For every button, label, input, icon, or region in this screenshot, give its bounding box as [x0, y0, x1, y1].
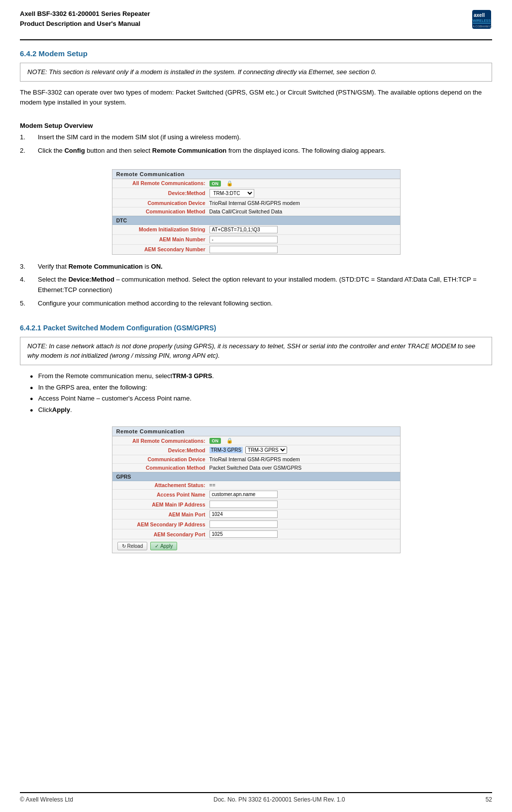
screenshot-1-title: Remote Communication: [112, 170, 400, 179]
screenshot-2-wrap: Remote Communication All Remote Communic…: [20, 426, 492, 553]
dtc-row-aem-secondary: AEM Secondary Number: [112, 245, 400, 254]
bullet-2: In the GRPS area, enter the following:: [30, 383, 492, 393]
screenshot2-row-comm-device: Communication Device TrioRail Internal G…: [112, 455, 400, 464]
gprs-row-aem-secondary-ip: AEM Secondary IP Address: [112, 519, 400, 529]
step-3: 3. Verify that Remote Communication is O…: [20, 262, 492, 272]
device-method-select-1[interactable]: TRM-3:DTC: [209, 189, 254, 198]
warning-icon-2: 🔒: [226, 437, 233, 443]
aem-secondary-number-input-1[interactable]: [209, 246, 278, 253]
screenshot-row-all-remote: All Remote Communications: ON 🔒: [112, 179, 400, 188]
step-1: 1. Insert the SIM card in the modem SIM …: [20, 132, 492, 143]
device-method-value: TRM-3 GPRS: [209, 447, 243, 453]
page-header: Axell BSF-3302 61-200001 Series Repeater…: [20, 9, 492, 40]
note-box-1: NOTE: This section is relevant only if a…: [20, 63, 492, 82]
svg-text:A COBHAM COMPANY: A COBHAM COMPANY: [473, 25, 492, 28]
document-title: Axell BSF-3302 61-200001 Series Repeater…: [20, 9, 150, 28]
svg-rect-3: [473, 23, 491, 23]
warning-icon: 🔒: [226, 180, 233, 186]
gprs-section-bar: GPRS: [112, 472, 400, 481]
bullet-3: Access Point Name – customer's Access Po…: [30, 394, 492, 404]
bullet-4: Click Apply.: [30, 405, 492, 415]
svg-text:axell: axell: [474, 12, 485, 18]
footer-page: 52: [486, 796, 492, 803]
dtc-section-bar: DTC: [112, 216, 400, 225]
intro-text: The BSF-3302 can operate over two types …: [20, 88, 492, 108]
screenshot2-row-comm-method: Communication Method Packet Switched Dat…: [112, 464, 400, 472]
screenshot-2-title: Remote Communication: [112, 427, 400, 436]
steps-list: 1. Insert the SIM card in the modem SIM …: [20, 132, 492, 159]
device-method-select-2[interactable]: TRM-3 GPRS: [245, 446, 287, 454]
check-icon: ✓: [155, 543, 159, 549]
gprs-row-aem-secondary-port: AEM Secondary Port: [112, 529, 400, 539]
aem-main-ip-input[interactable]: [209, 501, 278, 508]
aem-main-port-input[interactable]: [209, 510, 278, 518]
gprs-row-aem-main-ip: AEM Main IP Address: [112, 500, 400, 509]
aem-secondary-port-input[interactable]: [209, 530, 278, 538]
modem-init-input[interactable]: [209, 226, 278, 233]
gprs-row-apn: Access Point Name: [112, 490, 400, 500]
screenshot-row-comm-method: Communication Method Data Call/Circuit S…: [112, 207, 400, 216]
screenshot-1-wrap: Remote Communication All Remote Communic…: [20, 169, 492, 255]
reload-icon: ↻: [122, 543, 126, 549]
page-footer: © Axell Wireless Ltd Doc. No. PN 3302 61…: [20, 792, 492, 803]
overview-heading: Modem Setup Overview: [20, 122, 492, 129]
screenshot-1: Remote Communication All Remote Communic…: [112, 169, 401, 255]
section-6421-heading: 6.4.2.1 Packet Switched Modem Configurat…: [20, 324, 492, 332]
bullet-list: From the Remote communication menu, sele…: [30, 371, 492, 416]
apply-button[interactable]: ✓ Apply: [150, 542, 177, 550]
dtc-row-init-string: Modem Initialization String: [112, 225, 400, 235]
step-5: 5. Configure your communication method a…: [20, 299, 492, 309]
aem-secondary-ip-input[interactable]: [209, 520, 278, 528]
footer-docno: Doc. No. PN 3302 61-200001 Series-UM Rev…: [213, 796, 345, 803]
screenshot-row-device-method: Device:Method TRM-3:DTC: [112, 188, 400, 199]
on-badge: ON: [209, 181, 221, 187]
reload-button[interactable]: ↻ Reload: [117, 542, 148, 550]
screenshot-2: Remote Communication All Remote Communic…: [112, 426, 401, 553]
screenshot2-row-device-method: Device:Method TRM-3 GPRS TRM-3 GPRS: [112, 445, 400, 455]
on-badge-2: ON: [209, 438, 221, 444]
screenshot2-row-all-remote: All Remote Communications: ON 🔒: [112, 436, 400, 445]
screenshot-row-comm-device: Communication Device TrioRail Internal G…: [112, 199, 400, 207]
apn-input[interactable]: [209, 491, 278, 498]
section-642-heading: 6.4.2 Modem Setup: [20, 49, 492, 58]
page: Axell BSF-3302 61-200001 Series Repeater…: [0, 0, 512, 812]
dtc-row-aem-main: AEM Main Number: [112, 235, 400, 245]
svg-text:WIRELESS: WIRELESS: [473, 19, 491, 22]
aem-main-number-input-1[interactable]: [209, 236, 278, 243]
bullet-1: From the Remote communication menu, sele…: [30, 371, 492, 382]
steps-list-2: 3. Verify that Remote Communication is O…: [20, 262, 492, 312]
company-logo: axell WIRELESS A COBHAM COMPANY: [442, 9, 492, 35]
step-4: 4. Select the Device:Method – communicat…: [20, 275, 492, 296]
footer-copyright: © Axell Wireless Ltd: [20, 796, 73, 803]
note-box-2: NOTE: In case network attach is not done…: [20, 337, 492, 365]
screenshot-2-buttons: ↻ Reload ✓ Apply: [112, 539, 400, 553]
gprs-row-attach-status: Attachement Status: ==: [112, 481, 400, 490]
gprs-row-aem-main-port: AEM Main Port: [112, 509, 400, 519]
step-2: 2. Click the Config button and then sele…: [20, 146, 492, 156]
